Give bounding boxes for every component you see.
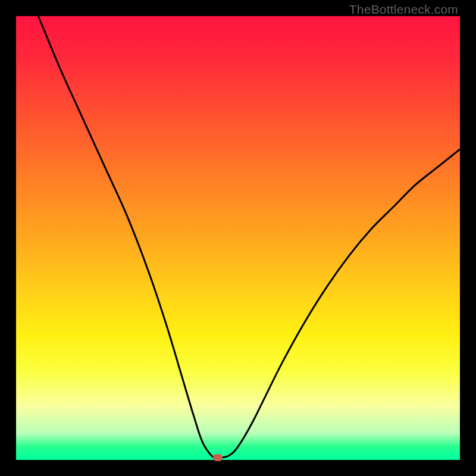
watermark-text: TheBottleneck.com — [349, 2, 458, 17]
bottleneck-curve — [16, 16, 460, 460]
plot-area — [16, 16, 460, 460]
chart-container: TheBottleneck.com — [0, 0, 476, 476]
minimum-marker — [213, 454, 223, 461]
